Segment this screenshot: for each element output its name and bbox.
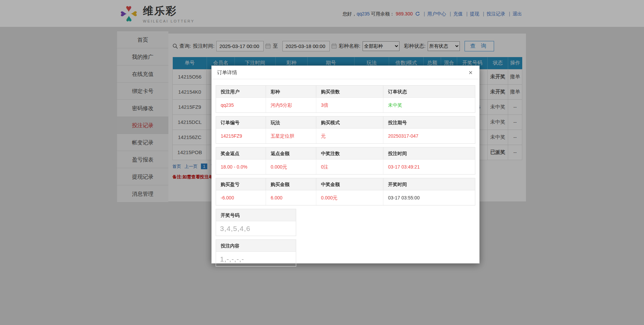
playtype-value: 五星定位胆: [266, 129, 316, 143]
field-label: 购买金额: [266, 178, 316, 190]
field-label: 开奖时间: [383, 178, 475, 190]
field-label: 彩种: [266, 86, 316, 98]
bet-user-value: qq235: [216, 98, 266, 112]
draw-number-box: 开奖号码 3,4,5,4,6: [216, 209, 296, 236]
multiple-value: 3倍: [316, 98, 383, 112]
issue-value: 20250317-047: [383, 129, 475, 143]
bet-content-box: 投注内容 1,-,-,-,-: [216, 239, 296, 267]
field-label: 订单状态: [383, 86, 475, 98]
field-label: 购买倍数: [316, 86, 383, 98]
buy-amount-value: 6.000: [266, 190, 316, 205]
rebate-value: 18.00 - 0.0%: [216, 159, 266, 174]
field-label: 购买模式: [316, 117, 383, 129]
field-label: 中奖注数: [316, 147, 383, 159]
bet-content-value: 1,-,-,-,-: [216, 252, 296, 266]
lottery-value: 河内5分彩: [266, 98, 316, 112]
modal-header: 订单详情 ×: [212, 66, 479, 79]
close-icon[interactable]: ×: [466, 66, 475, 79]
modal-title: 订单详情: [217, 69, 237, 75]
order-status-value: 未中奖: [383, 98, 475, 112]
buy-mode-value: 元: [316, 129, 383, 143]
draw-number-value: 3,4,5,4,6: [216, 221, 296, 236]
modal-group-2: 订单编号 玩法 购买模式 投注期号 14215FZ9 五星定位胆 元 20250…: [216, 116, 475, 144]
modal-group-1: 投注用户 彩种 购买倍数 订单状态 qq235 河内5分彩 3倍 未中奖: [216, 85, 475, 113]
win-amount-value: 0.000元: [316, 190, 383, 205]
draw-time-value: 03-17 03:55:00: [383, 190, 475, 205]
field-label: 购买盈亏: [216, 178, 266, 190]
win-count-value: 0注: [316, 159, 383, 174]
order-details-modal: 订单详情 × 投注用户 彩种 购买倍数 订单状态 qq235 河内5分彩 3倍 …: [211, 65, 480, 264]
modal-group-3: 奖金返点 返点金额 中奖注数 投注时间 18.00 - 0.0% 0.000元 …: [216, 147, 475, 175]
field-label: 订单编号: [216, 117, 266, 129]
draw-number-label: 开奖号码: [216, 209, 296, 221]
field-label: 投注时间: [383, 147, 475, 159]
field-label: 中奖金额: [316, 178, 383, 190]
field-label: 玩法: [266, 117, 316, 129]
profit-value: -6.000: [216, 190, 266, 205]
field-label: 投注用户: [216, 86, 266, 98]
order-no-value: 14215FZ9: [216, 129, 266, 143]
field-label: 奖金返点: [216, 147, 266, 159]
rebate-amount-value: 0.000元: [266, 159, 316, 174]
bet-content-label: 投注内容: [216, 240, 296, 252]
field-label: 返点金额: [266, 147, 316, 159]
bet-time-value: 03-17 03:49:21: [383, 159, 475, 174]
modal-group-4: 购买盈亏 购买金额 中奖金额 开奖时间 -6.000 6.000 0.000元 …: [216, 178, 475, 205]
field-label: 投注期号: [383, 117, 475, 129]
